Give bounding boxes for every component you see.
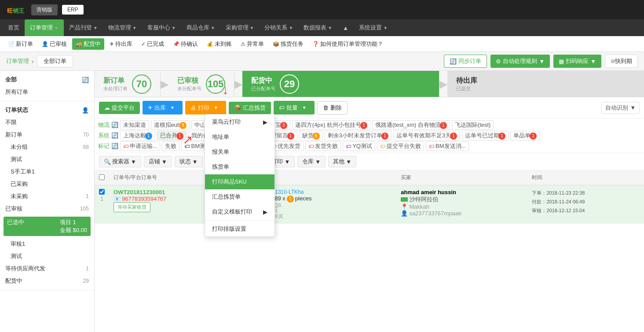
dropdown-collect-pick[interactable]: 汇总拣货单 bbox=[205, 189, 274, 204]
current-tab[interactable]: 全部订单 bbox=[37, 55, 73, 67]
sidebar-audited[interactable]: 已审核 105 bbox=[0, 203, 94, 215]
nav-purchase[interactable]: 采购管理▼ bbox=[220, 19, 260, 36]
nav-logistics[interactable]: 物流管理▼ bbox=[103, 19, 142, 36]
logistics-feida[interactable]: 飞达国际(test) bbox=[452, 120, 494, 130]
select-all-checkbox[interactable] bbox=[99, 174, 105, 180]
subnav-outbound[interactable]: ✈待出库 bbox=[106, 38, 136, 50]
due-btn[interactable]: ⊙快到期 bbox=[605, 55, 638, 68]
sys-shortage[interactable]: 缺货6 bbox=[299, 131, 323, 140]
auto-identify[interactable]: 自动识别 ▼ bbox=[601, 102, 640, 114]
sys-3h[interactable]: 剩余3小时未发货订单1 bbox=[325, 131, 392, 140]
auto-rules-btn[interactable]: ⚙自动处理规则▼ bbox=[490, 55, 550, 68]
nav-service[interactable]: 客服中心▼ bbox=[142, 19, 181, 36]
sidebar-unlimited[interactable]: 不限 bbox=[0, 116, 94, 129]
nav-settings[interactable]: 系统设置▼ bbox=[354, 19, 393, 36]
sidebar-unpurchased[interactable]: 未采购 1 bbox=[0, 190, 94, 203]
tag-yq[interactable]: 🏷YQ测试 bbox=[343, 141, 375, 151]
print-arrow-icon: ▼ bbox=[211, 103, 221, 112]
sys-merged[interactable]: 已合并1 bbox=[157, 131, 187, 140]
row-checkbox[interactable] bbox=[99, 189, 105, 195]
dropdown-print-layout[interactable]: 打印排版设置 bbox=[205, 221, 274, 236]
tag-ship-fail[interactable]: 🏷发货失败 bbox=[305, 141, 341, 151]
erp-btn[interactable]: ERP bbox=[62, 5, 84, 15]
sys-expired[interactable]: 运单号已过期1 bbox=[462, 131, 509, 140]
sys-expire3d[interactable]: 运单号有效期不足3天1 bbox=[393, 131, 460, 140]
wait-buyer-btn[interactable]: 等待买家收货 bbox=[113, 202, 150, 212]
logistics-unknown[interactable]: 未知渠道 bbox=[120, 120, 149, 130]
logistics-refresh[interactable]: 物流 🔄 bbox=[98, 121, 118, 129]
nav-warehouse[interactable]: 商品仓库▼ bbox=[181, 19, 220, 36]
dropdown-cainiao[interactable]: 菜鸟云打印 ▶ bbox=[205, 114, 274, 129]
status-outbound[interactable]: 待出库 已提交 bbox=[447, 71, 644, 97]
nav-home[interactable]: 首页 bbox=[3, 19, 25, 36]
print-btn[interactable]: 🖨 打印 ▼ bbox=[185, 101, 226, 114]
sync-btn[interactable]: 🔄同步订单 bbox=[444, 55, 487, 68]
status-shipping[interactable]: 配货中 已分配单号 29 bbox=[242, 71, 439, 97]
sys-single[interactable]: 单品单1 bbox=[510, 131, 540, 140]
dropdown-customs[interactable]: 报关单 bbox=[205, 144, 274, 159]
sidebar-test-2[interactable]: 测试 bbox=[0, 250, 94, 262]
nav-more[interactable]: ▲ bbox=[337, 19, 354, 36]
subnav-help[interactable]: ❓如何使用订单管理功能？ bbox=[309, 38, 387, 50]
sidebar-purchased[interactable]: 已采购 bbox=[0, 178, 94, 190]
people-icon: 👤 bbox=[82, 107, 89, 114]
subnav-completed[interactable]: ✓已完成 bbox=[138, 38, 168, 50]
scan-btn[interactable]: ▦扫码响应▼ bbox=[553, 55, 601, 68]
filter-search[interactable]: 🔍 搜索器 ▼ bbox=[99, 156, 141, 167]
sidebar-new-order[interactable]: 新订单 70 bbox=[0, 129, 94, 141]
subnav-pending-confirm[interactable]: 📌待确认 bbox=[169, 38, 201, 50]
collect-btn[interactable]: 📦 汇总拣货 bbox=[229, 102, 271, 114]
dropdown-address[interactable]: 地址单 bbox=[205, 129, 274, 144]
sidebar-all-row[interactable]: 全部 🔄 bbox=[0, 74, 94, 86]
sidebar-manual[interactable]: S手工单1 bbox=[0, 166, 94, 178]
dropdown-sku[interactable]: 打印商品SKU bbox=[205, 174, 274, 189]
logistics-elutong[interactable]: 俄路通(test_xm) 自有物流1 bbox=[372, 120, 450, 130]
tag-fail[interactable]: 失败 bbox=[162, 141, 179, 151]
marketing-btn[interactable]: 营销版 bbox=[31, 4, 58, 15]
sys-shanghaida[interactable]: 上海达毅1 bbox=[120, 131, 155, 140]
ship-btn[interactable]: ✈ 出库 ▼ bbox=[143, 101, 183, 114]
tag-bm-send[interactable]: 🏷BM发送消... bbox=[426, 141, 469, 151]
refresh-icon[interactable]: 🔄 bbox=[82, 77, 89, 83]
filter-warehouse[interactable]: 仓库 ▼ bbox=[297, 156, 326, 167]
sidebar-audit1[interactable]: 审核1 bbox=[0, 238, 94, 250]
subnav-audited[interactable]: 👤已审核 bbox=[38, 38, 70, 50]
shipping-count: 29 bbox=[83, 278, 89, 284]
tag-submit-fail[interactable]: 🏷提交平台失败 bbox=[377, 141, 424, 151]
delete-btn[interactable]: 🗑 删除 bbox=[317, 101, 348, 114]
subnav-new-order[interactable]: 📄新订单 bbox=[4, 38, 37, 50]
filter-other[interactable]: 其他 ▼ bbox=[328, 156, 356, 167]
nav-orders[interactable]: 订单管理▼ bbox=[25, 19, 64, 36]
submit-platform-btn[interactable]: ☁ 提交平台 bbox=[99, 102, 140, 114]
tag-apply[interactable]: 🏷申请运输... bbox=[120, 141, 161, 151]
breadcrumb-orders[interactable]: 订单管理 bbox=[6, 57, 29, 65]
sidebar-supplier[interactable]: 等待供应商代发 1 bbox=[0, 262, 94, 275]
yq-tag-icon: 🏷 bbox=[346, 143, 351, 150]
nav-reports[interactable]: 数据报表▼ bbox=[298, 19, 337, 36]
subnav-pick[interactable]: 📦拣货任务 bbox=[269, 38, 307, 50]
logistics-eub[interactable]: 道模拟eub8 bbox=[151, 120, 190, 130]
logistics-4px[interactable]: 递四方(4px) 杭州小包挂号1 bbox=[292, 120, 370, 130]
status-new[interactable]: 新订单 未处理订单 70 bbox=[95, 71, 161, 97]
print-icon: 🖨 bbox=[190, 104, 196, 111]
nav-distribution[interactable]: 分销关系▼ bbox=[259, 19, 298, 36]
sidebar-ungroup-1[interactable]: 未分组 68 bbox=[0, 141, 94, 153]
filter-status[interactable]: 状态 ▼ bbox=[175, 156, 203, 167]
tag-refresh[interactable]: 标记 🔄 bbox=[98, 142, 118, 150]
subnav-abnormal[interactable]: ⚠异常单 bbox=[237, 38, 267, 50]
dropdown-custom-template[interactable]: 自定义模板打印 ▶ bbox=[205, 204, 274, 219]
subnav-shipping[interactable]: 🚚配货中 bbox=[72, 38, 104, 50]
batch-btn[interactable]: 🏷 批量 ▼ bbox=[274, 101, 315, 114]
filter-shop[interactable]: 店铺 ▼ bbox=[144, 156, 172, 167]
subnav-unpaid[interactable]: 💰未到账 bbox=[203, 38, 235, 50]
system-refresh[interactable]: 系统 🔄 bbox=[98, 132, 118, 140]
dropdown-pick[interactable]: 拣货单 bbox=[205, 159, 274, 174]
sidebar-all-section: 全部 🔄 所有订单 bbox=[0, 71, 94, 101]
sidebar-all-orders[interactable]: 所有订单 bbox=[0, 86, 94, 98]
outbound-icon: ✈ bbox=[110, 41, 114, 47]
order-status-label: 订单状态 bbox=[5, 106, 28, 114]
sidebar-test-1[interactable]: 测试 bbox=[0, 153, 94, 166]
sidebar-shipping[interactable]: 配货中 29 bbox=[0, 275, 94, 287]
nav-products[interactable]: 产品刊登▼ bbox=[64, 19, 103, 36]
row-checkbox-cell: 1 bbox=[95, 185, 109, 224]
